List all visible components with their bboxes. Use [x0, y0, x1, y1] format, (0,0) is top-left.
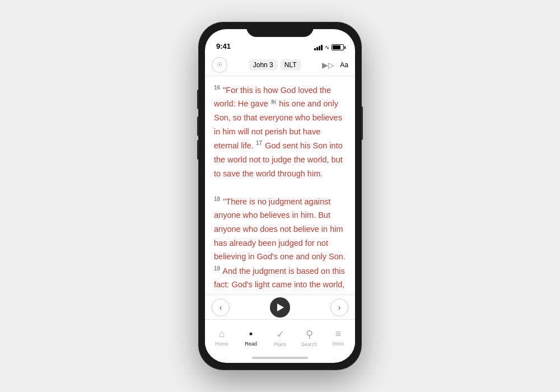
phone-frame: 9:41 ∿ ☉ John 3 NLT: [199, 22, 361, 370]
tab-plans[interactable]: ✓ Plans: [265, 326, 295, 347]
tab-more[interactable]: ≡ More: [324, 326, 353, 347]
home-icon: ⌂: [219, 328, 225, 340]
tab-read-label: Read: [245, 341, 257, 347]
footnote-mark[interactable]: fn: [270, 99, 277, 105]
search-icon: ⚲: [306, 328, 313, 340]
compass-icon[interactable]: ☉: [212, 57, 227, 73]
play-icon: [277, 304, 284, 311]
status-icons: ∿: [314, 44, 344, 50]
phone-screen: 9:41 ∿ ☉ John 3 NLT: [205, 29, 355, 363]
nav-right-controls: ▶▷ Aa: [322, 60, 348, 69]
tab-read[interactable]: ▪ Read: [236, 326, 265, 347]
verse-19-text: And the judgment is based on this fact: …: [214, 267, 345, 295]
home-indicator: [205, 353, 355, 363]
verse-17-number: 17: [256, 140, 262, 146]
wifi-icon: ∿: [325, 44, 329, 50]
chapter-button[interactable]: John 3: [249, 59, 278, 71]
verse-19-number: 19: [214, 265, 220, 272]
tab-more-label: More: [333, 341, 344, 347]
phone-notch: [246, 22, 314, 37]
verse-text: 16 "For this is how God loved the world:…: [214, 83, 346, 295]
home-bar: [252, 357, 308, 359]
verse-18-number: 18: [214, 196, 220, 202]
status-time: 9:41: [216, 42, 231, 50]
font-size-button[interactable]: Aa: [340, 61, 348, 69]
tab-search[interactable]: ⚲ Search: [295, 326, 324, 347]
plans-icon: ✓: [276, 328, 284, 340]
audio-icon[interactable]: ▶▷: [322, 60, 334, 69]
chapter-navigation: ‹ ›: [205, 295, 355, 319]
version-button[interactable]: NLT: [280, 59, 301, 71]
verse-18-text: "There is no judgment against anyone who…: [214, 197, 346, 262]
tab-search-label: Search: [301, 342, 318, 347]
chapter-version-selector: John 3 NLT: [249, 59, 301, 71]
more-icon: ≡: [335, 328, 342, 340]
navigation-bar: ☉ John 3 NLT ▶▷ Aa: [205, 54, 355, 76]
battery-icon: [332, 44, 344, 50]
tab-home-label: Home: [215, 341, 228, 347]
verse-16-number: 16: [214, 85, 220, 91]
previous-chapter-button[interactable]: ‹: [212, 298, 230, 316]
next-chapter-button[interactable]: ›: [330, 298, 348, 316]
tab-bar: ⌂ Home ▪ Read ✓ Plans ⚲ Search ≡ More: [205, 319, 355, 353]
tab-plans-label: Plans: [274, 342, 287, 347]
play-button[interactable]: [270, 297, 290, 318]
scripture-content: 16 "For this is how God loved the world:…: [205, 76, 355, 295]
tab-home[interactable]: ⌂ Home: [207, 326, 236, 347]
read-icon: ▪: [249, 328, 253, 340]
signal-icon: [314, 45, 323, 50]
